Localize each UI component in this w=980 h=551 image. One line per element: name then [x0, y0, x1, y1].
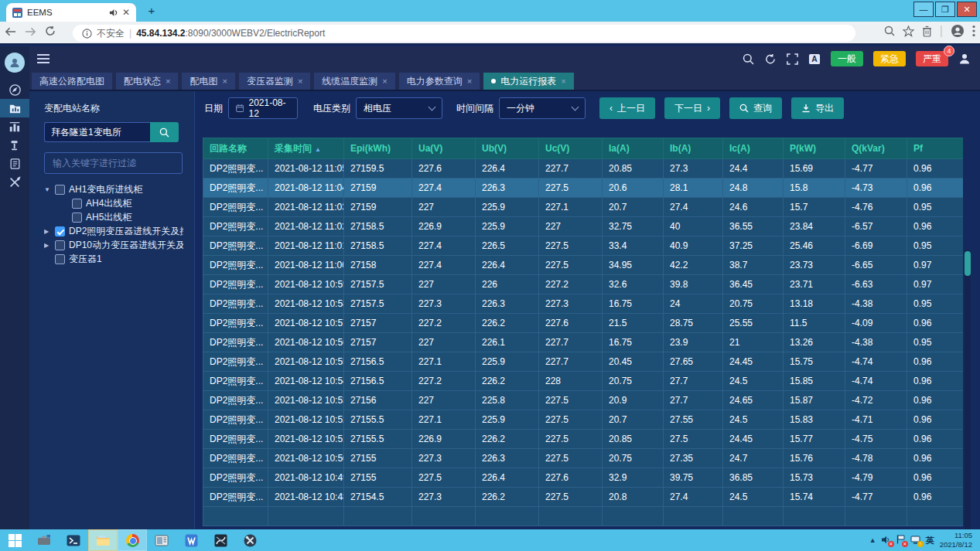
alarm-general-button[interactable]: 一般	[831, 51, 863, 66]
tray-expand-icon[interactable]: ▲	[869, 536, 876, 544]
tree-checkbox[interactable]	[55, 185, 65, 195]
nav-tab[interactable]: 配电图×	[182, 73, 234, 90]
trash-extension-icon[interactable]	[922, 26, 932, 37]
query-button[interactable]: 查询	[729, 97, 782, 119]
next-day-button[interactable]: 下一日›	[664, 97, 720, 119]
tab-close-icon[interactable]: ×	[561, 77, 565, 86]
rail-report-icon[interactable]	[0, 99, 29, 117]
column-header[interactable]: Ic(A)	[723, 138, 784, 159]
zoom-icon[interactable]	[884, 26, 895, 36]
tab-close-icon[interactable]: ×	[166, 77, 170, 86]
table-row[interactable]: DP2照明变...2021-08-12 11:0327159227225.922…	[203, 198, 964, 217]
window-minimize-button[interactable]: —	[913, 2, 934, 17]
profile-avatar-icon[interactable]	[951, 24, 965, 38]
file-explorer-icon[interactable]	[88, 529, 118, 551]
fullscreen-icon[interactable]	[787, 53, 798, 65]
nav-tab[interactable]: 配电状态×	[116, 73, 178, 90]
tree-checkbox[interactable]	[72, 213, 82, 223]
tree-node[interactable]: ▶DP10动力变压器进线开关及控制室	[44, 238, 183, 252]
table-row[interactable]: DP2照明变...2021-08-12 10:5227155.5227.1225…	[203, 410, 964, 430]
alarm-severe-button[interactable]: 严重 4	[916, 51, 948, 66]
refresh-icon[interactable]	[40, 26, 60, 39]
rail-chart-icon[interactable]	[0, 117, 29, 136]
tree-filter-input[interactable]	[44, 152, 183, 174]
column-header[interactable]: Ua(V)	[412, 138, 476, 159]
prev-day-button[interactable]: ‹上一日	[599, 97, 655, 119]
config-tool-icon[interactable]	[235, 529, 265, 551]
column-header[interactable]: Ib(A)	[664, 138, 723, 159]
bookmark-star-icon[interactable]	[903, 26, 914, 37]
table-row[interactable]: DP2照明变...2021-08-12 10:5527156.5227.1225…	[203, 352, 964, 372]
table-row[interactable]: DP2照明变...2021-08-12 10:5127155.5226.9226…	[203, 430, 964, 449]
station-search-button[interactable]	[150, 122, 179, 142]
taskbar-clock[interactable]: 11:05 2021/8/12	[940, 531, 975, 549]
table-row[interactable]: DP2照明变...2021-08-12 11:0227158.5226.9225…	[203, 217, 964, 236]
nav-tab[interactable]: 电力参数查询×	[399, 73, 480, 90]
window-close-button[interactable]: ✕	[957, 2, 977, 17]
tree-checkbox[interactable]	[72, 199, 82, 209]
table-row[interactable]: DP2照明变...2021-08-12 10:4927155227.5226.4…	[203, 468, 964, 488]
table-row[interactable]: DP2照明变...2021-08-12 10:4827154.5227.3226…	[203, 488, 964, 507]
nav-tab[interactable]: 线缆温度监测×	[314, 73, 394, 90]
font-size-icon[interactable]: A	[808, 53, 821, 65]
table-row[interactable]: DP2照明变...2021-08-12 10:5327156227225.822…	[203, 391, 964, 410]
new-tab-button[interactable]: +	[144, 4, 159, 18]
tab-close-icon[interactable]: ×	[222, 77, 227, 86]
browser-tab[interactable]: EEMS ✕	[6, 3, 136, 22]
chrome-icon[interactable]	[118, 529, 147, 551]
tree-expand-icon[interactable]: ▶	[44, 228, 51, 235]
design-tool-icon[interactable]	[206, 529, 235, 551]
forward-icon[interactable]	[20, 26, 40, 39]
table-row[interactable]: DP2照明变...2021-08-12 10:5427156.5227.2226…	[203, 372, 964, 391]
volume-muted-icon[interactable]: ✕	[882, 536, 891, 546]
user-avatar[interactable]	[5, 53, 25, 73]
menu-hamburger-icon[interactable]	[37, 52, 50, 66]
nav-tab[interactable]: 变压器监测×	[239, 73, 310, 90]
network-status-icon[interactable]: !	[910, 536, 920, 546]
back-icon[interactable]	[0, 26, 20, 39]
tree-checkbox[interactable]	[55, 226, 65, 236]
nav-tab[interactable]: 电力运行报表×	[483, 73, 573, 90]
column-header[interactable]: Pf	[907, 138, 964, 159]
window-maximize-button[interactable]: ❐	[935, 2, 955, 17]
ime-indicator[interactable]: 英	[926, 535, 934, 546]
tree-node[interactable]: 变压器1	[44, 252, 183, 266]
column-header[interactable]: Uc(V)	[539, 138, 603, 159]
table-row[interactable]: DP2照明变...2021-08-12 10:5027155227.3226.3…	[203, 449, 964, 468]
column-header[interactable]: Ia(A)	[603, 138, 664, 159]
search-icon[interactable]	[743, 53, 754, 65]
rail-document-icon[interactable]	[0, 155, 29, 173]
column-header[interactable]: 采集时间▲	[268, 138, 344, 159]
powershell-icon[interactable]	[59, 529, 88, 551]
column-header[interactable]: Epi(kWh)	[344, 138, 412, 159]
url-field[interactable]: 不安全 | 45.84.134.2:8090/3000WEBV2/Electri…	[73, 25, 855, 42]
tree-node[interactable]: ▼AH1变电所进线柜	[44, 182, 183, 196]
table-row[interactable]: DP2照明变...2021-08-12 10:5627157227226.122…	[203, 333, 964, 352]
column-header[interactable]: Q(kVar)	[845, 138, 907, 159]
alarm-urgent-button[interactable]: 紧急	[873, 51, 906, 66]
column-header[interactable]: 回路名称	[203, 138, 268, 159]
rail-alarm-icon[interactable]	[0, 136, 29, 155]
refresh-icon[interactable]	[764, 53, 777, 65]
tree-node[interactable]: ▶DP2照明变压器进线开关及控制室	[44, 224, 183, 238]
table-row[interactable]: DP2照明变...2021-08-12 11:0127158.5227.4226…	[203, 236, 964, 256]
table-scrollbar[interactable]	[965, 250, 971, 551]
station-search-input[interactable]	[44, 122, 150, 142]
tree-node[interactable]: AH4出线柜	[44, 196, 183, 210]
table-row[interactable]: DP2照明变...2021-08-12 11:0527159.5227.6226…	[203, 159, 964, 179]
tab-audio-icon[interactable]	[109, 9, 118, 17]
sort-caret-icon[interactable]: ▲	[315, 146, 321, 153]
export-button[interactable]: 导出	[791, 97, 844, 119]
table-row[interactable]: DP2照明变...2021-08-12 10:5827157.5227.3226…	[203, 294, 964, 314]
interval-select[interactable]: 一分钟	[499, 97, 586, 119]
tree-expand-icon[interactable]: ▶	[44, 242, 51, 249]
tree-expand-icon[interactable]: ▼	[44, 186, 51, 193]
rail-settings-icon[interactable]	[0, 173, 29, 192]
table-row[interactable]: DP2照明变...2021-08-12 11:0427159227.4226.3…	[203, 179, 964, 198]
info-icon[interactable]	[82, 29, 92, 39]
tab-close-icon[interactable]: ×	[298, 77, 302, 86]
tab-close-icon[interactable]: ×	[467, 77, 472, 86]
server-manager-icon[interactable]	[29, 529, 59, 551]
nav-tab[interactable]: 高速公路配电图	[32, 73, 112, 90]
column-header[interactable]: P(kW)	[784, 138, 845, 159]
